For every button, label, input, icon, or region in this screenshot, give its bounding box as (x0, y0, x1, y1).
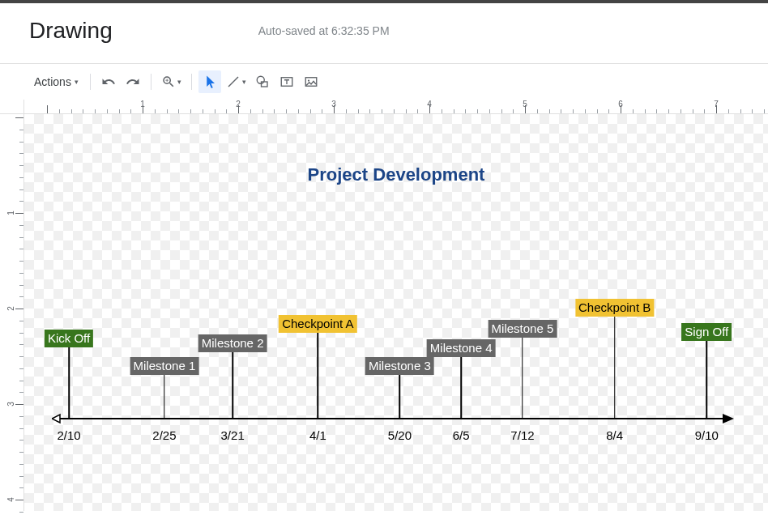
ruler-tick (19, 333, 23, 334)
axis-arrow (52, 413, 734, 424)
ruler-tick (19, 512, 23, 513)
event-date[interactable]: 5/20 (388, 428, 412, 442)
ruler-tick (19, 440, 23, 440)
ruler-tick (19, 476, 23, 477)
event-date[interactable]: 4/1 (309, 428, 326, 442)
event-date[interactable]: 2/10 (57, 428, 80, 442)
ruler-tick (322, 109, 322, 113)
toolbar-separator (191, 74, 192, 90)
event-date[interactable]: 9/10 (695, 428, 719, 442)
svg-marker-7 (723, 414, 734, 423)
event-stem[interactable] (164, 373, 165, 419)
event-stem[interactable] (68, 346, 70, 419)
svg-rect-1 (261, 82, 267, 87)
ruler-number: 1 (7, 211, 16, 215)
event-date[interactable]: 2/25 (152, 428, 176, 442)
ruler-tick (130, 109, 131, 113)
actions-menu-button[interactable]: Actions ▾ (29, 72, 83, 92)
ruler-tick (59, 109, 60, 113)
ruler-tick (15, 309, 23, 309)
chart-title[interactable]: Project Development (308, 164, 485, 185)
ruler-tick (561, 109, 561, 113)
ruler-tick (262, 109, 263, 113)
ruler-tick (19, 142, 23, 143)
event-stem[interactable] (399, 373, 401, 419)
ruler-number: 2 (7, 306, 16, 311)
event-stem[interactable] (318, 331, 319, 419)
ruler-tick (358, 109, 359, 113)
ruler-tick (668, 109, 669, 113)
ruler-tick (95, 109, 96, 113)
redo-button[interactable] (122, 70, 144, 93)
ruler-tick (310, 109, 311, 113)
ruler-tick (19, 201, 23, 202)
ruler-tick (549, 109, 550, 113)
event-date[interactable]: 7/12 (510, 428, 534, 442)
event-label[interactable]: Milestone 1 (130, 357, 199, 375)
redo-icon (126, 74, 140, 89)
event-date[interactable]: 6/5 (453, 428, 470, 442)
image-icon (304, 74, 318, 89)
toolbar: Actions ▾ ▾ ▾ (0, 64, 768, 100)
ruler-tick (19, 381, 23, 381)
ruler-tick (155, 109, 156, 113)
ruler-tick (394, 109, 395, 113)
event-date[interactable]: 8/4 (606, 428, 623, 442)
ruler-tick (489, 109, 490, 113)
ruler-tick (406, 109, 407, 113)
ruler-tick (286, 109, 287, 113)
ruler-tick (274, 109, 275, 113)
ruler-tick (19, 273, 23, 274)
ruler-tick (71, 109, 72, 113)
line-tool-button[interactable]: ▾ (223, 71, 250, 92)
event-label[interactable]: Milestone 4 (427, 339, 496, 357)
event-label[interactable]: Milestone 2 (198, 334, 267, 352)
ruler-tick (693, 109, 693, 113)
vertical-ruler[interactable]: 1234 (0, 100, 24, 511)
image-tool-button[interactable] (300, 70, 322, 93)
event-date[interactable]: 3/21 (221, 428, 245, 442)
event-stem[interactable] (232, 351, 233, 419)
ruler-tick (203, 109, 203, 113)
shape-tool-button[interactable] (251, 70, 274, 93)
select-tool-button[interactable] (198, 70, 221, 93)
undo-button[interactable] (97, 70, 120, 93)
event-label[interactable]: Milestone 5 (489, 320, 557, 338)
caret-down-icon: ▾ (242, 78, 246, 86)
ruler-tick (215, 109, 215, 113)
zoom-button[interactable]: ▾ (158, 71, 185, 92)
ruler-tick (513, 109, 514, 113)
ruler-tick (47, 105, 48, 113)
event-label[interactable]: Sign Off (681, 323, 732, 341)
horizontal-ruler[interactable]: 1234567 (24, 100, 768, 114)
event-label[interactable]: Checkpoint A (279, 315, 356, 333)
event-label[interactable]: Milestone 3 (365, 357, 434, 375)
ruler-tick (107, 109, 108, 113)
svg-point-4 (308, 79, 309, 81)
ruler-tick (417, 109, 418, 113)
ruler-tick (19, 261, 23, 262)
event-stem[interactable] (460, 355, 462, 419)
ruler-tick (19, 165, 23, 166)
caret-down-icon: ▾ (75, 78, 79, 86)
event-label[interactable]: Kick Off (45, 330, 93, 347)
ruler-tick (501, 109, 502, 113)
cursor-icon (203, 74, 217, 89)
ruler-tick (19, 416, 23, 417)
event-stem[interactable] (614, 315, 616, 419)
ruler-tick (608, 109, 609, 113)
textbox-tool-button[interactable] (275, 70, 298, 93)
ruler-tick (178, 109, 179, 113)
ruler-tick (382, 109, 382, 113)
event-stem[interactable] (706, 339, 708, 419)
ruler-tick (752, 109, 753, 113)
ruler-number: 7 (714, 100, 719, 109)
drawing-canvas[interactable]: Project Development Kick Off2/10Mileston… (24, 114, 768, 511)
timeline[interactable]: Kick Off2/10Milestone 12/25Milestone 23/… (52, 309, 734, 438)
event-stem[interactable] (522, 336, 523, 419)
event-label[interactable]: Checkpoint B (575, 299, 654, 317)
caret-down-icon: ▾ (177, 78, 181, 86)
ruler-tick (442, 109, 442, 113)
dialog-header: Drawing Auto-saved at 6:32:35 PM (0, 3, 768, 64)
ruler-tick (573, 109, 574, 113)
